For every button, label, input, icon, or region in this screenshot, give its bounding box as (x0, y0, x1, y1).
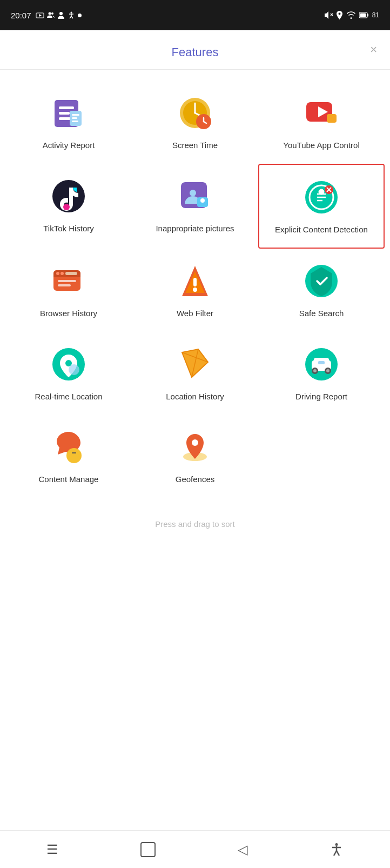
status-time: 20:07 (11, 11, 31, 20)
status-icons (36, 11, 82, 19)
feature-label-inappropriate-pictures: Inappropriate pictures (156, 223, 234, 234)
feature-icon-content-manage (49, 428, 88, 466)
svg-point-4 (59, 12, 63, 15)
svg-rect-21 (72, 117, 77, 119)
svg-rect-32 (327, 114, 337, 123)
svg-rect-55 (58, 284, 71, 286)
feature-icon-inappropriate-pictures (176, 177, 214, 216)
feature-label-web-filter: Web Filter (177, 308, 213, 319)
feature-item-activity-report[interactable]: Activity Report (5, 81, 132, 164)
feature-item-realtime-location[interactable]: Real-time Location (5, 332, 132, 415)
svg-line-84 (337, 851, 339, 856)
status-bar: 20:07 81 (0, 0, 390, 30)
feature-icon-youtube-app-control (302, 94, 341, 132)
svg-point-36 (190, 190, 196, 196)
close-button[interactable]: × (370, 43, 377, 57)
feature-item-youtube-app-control[interactable]: YouTube App Control (258, 81, 385, 164)
feature-label-safe-search: Safe Search (299, 308, 344, 319)
status-right: 81 (324, 11, 379, 19)
feature-label-tiktok-history: TikTok History (43, 223, 94, 234)
feature-item-explicit-content-detection[interactable]: Explicit Content Detection (258, 164, 385, 249)
nav-back[interactable]: ◁ (238, 842, 247, 857)
feature-label-browser-history: Browser History (40, 308, 97, 319)
svg-point-34 (63, 204, 70, 210)
svg-rect-78 (72, 452, 76, 453)
svg-rect-76 (318, 361, 325, 364)
svg-point-64 (69, 364, 79, 375)
svg-line-9 (71, 16, 73, 18)
svg-rect-59 (193, 278, 197, 286)
feature-item-browser-history[interactable]: Browser History (5, 249, 132, 332)
feature-item-location-history[interactable]: Location History (132, 332, 258, 415)
feature-item-screen-time[interactable]: Screen Time (132, 81, 258, 164)
feature-label-youtube-app-control: YouTube App Control (283, 140, 360, 151)
feature-icon-safe-search (302, 262, 341, 301)
feature-icon-web-filter (176, 262, 214, 301)
feature-item-content-manage[interactable]: Content Manage (5, 415, 132, 498)
feature-label-geofences: Geofences (176, 474, 215, 485)
feature-item-safe-search[interactable]: Safe Search (258, 249, 385, 332)
svg-rect-14 (360, 14, 366, 17)
feature-label-location-history: Location History (166, 391, 224, 402)
svg-point-2 (48, 12, 51, 15)
nav-accessibility[interactable] (330, 843, 344, 857)
bottom-nav: ☰ ◁ (0, 830, 390, 868)
feature-label-driving-report: Driving Report (295, 391, 347, 402)
svg-point-58 (193, 288, 197, 292)
feature-icon-driving-report (302, 345, 341, 384)
feature-item-tiktok-history[interactable]: TikTok History (5, 164, 132, 249)
feature-icon-realtime-location (49, 345, 88, 384)
svg-rect-20 (72, 114, 79, 116)
feature-icon-activity-report (49, 94, 88, 132)
feature-icon-explicit-content-detection (302, 178, 341, 217)
feature-item-inappropriate-pictures[interactable]: Inappropriate pictures (132, 164, 258, 249)
svg-marker-1 (39, 14, 42, 17)
svg-rect-13 (367, 14, 368, 17)
feature-icon-geofences (176, 428, 214, 466)
feature-icon-browser-history (49, 262, 88, 301)
feature-label-screen-time: Screen Time (172, 140, 218, 151)
svg-rect-53 (65, 272, 77, 275)
battery-level: 81 (372, 11, 379, 19)
svg-point-51 (56, 272, 59, 275)
svg-point-73 (313, 369, 317, 372)
svg-point-38 (200, 198, 205, 203)
svg-point-77 (66, 448, 82, 463)
feature-label-realtime-location: Real-time Location (35, 391, 102, 402)
svg-line-83 (334, 851, 337, 856)
feature-icon-location-history (176, 345, 214, 384)
bottom-hint: Press and drag to sort (0, 509, 390, 539)
status-left: 20:07 (11, 11, 82, 20)
feature-label-explicit-content-detection: Explicit Content Detection (275, 224, 368, 235)
header: Features × (0, 30, 390, 70)
page-title: Features (172, 45, 219, 59)
feature-item-web-filter[interactable]: Web Filter (132, 249, 258, 332)
feature-label-content-manage: Content Manage (39, 474, 99, 485)
svg-point-75 (326, 369, 330, 372)
main-content: Features × Activity Report Screen Time Y (0, 30, 390, 830)
svg-point-5 (70, 12, 72, 14)
feature-icon-tiktok-history (49, 177, 88, 216)
feature-item-driving-report[interactable]: Driving Report (258, 332, 385, 415)
feature-label-activity-report: Activity Report (43, 140, 95, 151)
nav-home[interactable] (140, 842, 156, 857)
feature-grid: Activity Report Screen Time YouTube App … (0, 70, 390, 509)
feature-icon-screen-time (176, 94, 214, 132)
feature-item-geofences[interactable]: Geofences (132, 415, 258, 498)
svg-rect-17 (59, 112, 70, 115)
svg-rect-54 (58, 280, 76, 282)
svg-point-3 (51, 12, 53, 15)
svg-point-52 (60, 272, 64, 275)
svg-rect-22 (72, 121, 78, 122)
nav-menu[interactable]: ☰ (46, 842, 58, 857)
svg-rect-16 (59, 106, 74, 109)
svg-point-80 (335, 843, 338, 846)
